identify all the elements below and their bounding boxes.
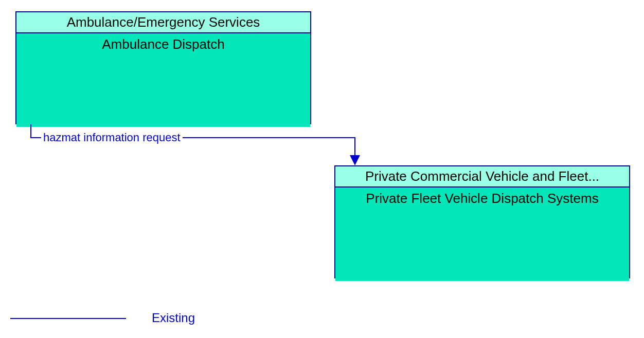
node-body: Private Fleet Vehicle Dispatch Systems: [335, 187, 629, 281]
node-ambulance-dispatch[interactable]: Ambulance/Emergency Services Ambulance D…: [15, 11, 311, 124]
flow-label: hazmat information request: [41, 131, 183, 144]
legend-label-existing: Existing: [152, 311, 195, 325]
node-header: Ambulance/Emergency Services: [16, 12, 310, 33]
node-body: Ambulance Dispatch: [16, 33, 310, 127]
node-header: Private Commercial Vehicle and Fleet...: [335, 166, 629, 187]
node-private-fleet-dispatch[interactable]: Private Commercial Vehicle and Fleet... …: [334, 165, 630, 278]
legend-line-existing: [10, 318, 126, 319]
